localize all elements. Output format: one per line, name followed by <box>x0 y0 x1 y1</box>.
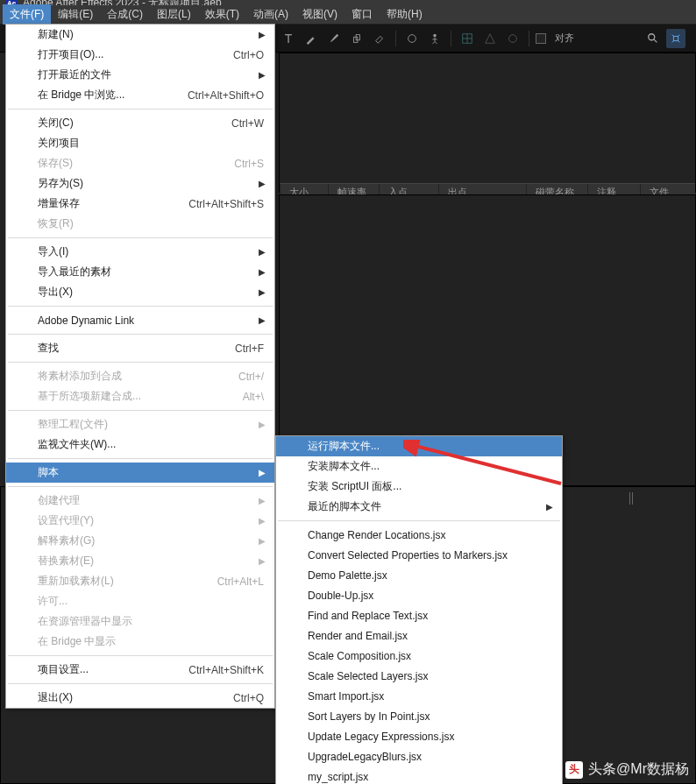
submenu-entry-label: Demo Palette.jsx <box>308 569 551 582</box>
submenu-entry[interactable]: Sort Layers by In Point.jsx <box>276 706 562 726</box>
submenu-entry[interactable]: Scale Composition.jsx <box>276 646 562 666</box>
menu-entry[interactable]: 增量保存Ctrl+Alt+Shift+S <box>6 194 274 214</box>
submenu-entry[interactable]: Convert Selected Properties to Markers.j… <box>276 545 562 565</box>
menu-entry[interactable]: 打开项目(O)...Ctrl+O <box>6 45 274 65</box>
menu-entry[interactable]: 导入最近的素材▶ <box>6 262 274 282</box>
submenu-entry[interactable]: Find and Replace Text.jsx <box>276 605 562 625</box>
menu-entry-shortcut: Ctrl+Alt+Shift+S <box>188 198 264 210</box>
menu-item[interactable]: 窗口 <box>344 4 380 25</box>
submenu-entry[interactable]: Demo Palette.jsx <box>276 565 562 585</box>
submenu-entry[interactable]: 运行脚本文件... <box>276 436 562 456</box>
menu-entry[interactable]: 关闭(C)Ctrl+W <box>6 113 274 133</box>
menu-entry-shortcut: Alt+\ <box>243 391 264 403</box>
mesh-icon[interactable] <box>458 29 477 48</box>
menu-entry[interactable]: 另存为(S)▶ <box>6 173 274 194</box>
menu-entry[interactable]: 导入(I)▶ <box>6 242 274 262</box>
clone-tool-icon[interactable] <box>347 29 366 48</box>
submenu-entry-label: 安装 ScriptUI 面板... <box>308 479 551 494</box>
submenu-entry[interactable]: 最近的脚本文件▶ <box>276 497 562 517</box>
menu-entry-label: 脚本 <box>38 465 264 480</box>
menu-entry[interactable]: 在 Bridge 中浏览...Ctrl+Alt+Shift+O <box>6 85 274 105</box>
watermark-prefix: 头条 <box>588 760 616 779</box>
script-submenu-dropdown[interactable]: 运行脚本文件...安装脚本文件...安装 ScriptUI 面板...最近的脚本… <box>275 435 563 784</box>
menu-entry-label: Adobe Dynamic Link <box>38 314 264 327</box>
submenu-entry-label: my_script.jsx <box>308 771 551 783</box>
submenu-entry-label: Scale Composition.jsx <box>308 650 551 662</box>
file-menu-dropdown[interactable]: 新建(N)▶打开项目(O)...Ctrl+O打开最近的文件▶在 Bridge 中… <box>5 24 275 709</box>
menu-entry-shortcut: Ctrl+Alt+Shift+K <box>188 664 264 676</box>
submenu-entry[interactable]: Update Legacy Expressions.jsx <box>276 726 562 746</box>
menu-separator <box>8 683 273 684</box>
puppet-tool-icon[interactable] <box>425 29 444 48</box>
menu-entry[interactable]: 新建(N)▶ <box>6 25 274 45</box>
menu-entry-label: 许可... <box>38 594 264 609</box>
watermark: 头 头条 @Mr数据杨 <box>565 760 689 779</box>
menu-entry-label: 在资源管理器中显示 <box>38 614 264 629</box>
menu-entry: 设置代理(Y)▶ <box>6 511 274 531</box>
submenu-entry[interactable]: my_script.jsx <box>276 766 562 784</box>
menu-entry: 解释素材(G)▶ <box>6 531 274 551</box>
menu-separator <box>8 458 273 459</box>
menu-item[interactable]: 文件(F) <box>3 4 51 25</box>
mesh3-icon[interactable] <box>503 29 522 48</box>
align-label: 对齐 <box>555 32 574 45</box>
menu-entry-label: 基于所选项新建合成... <box>38 389 225 404</box>
menu-entry[interactable]: 查找Ctrl+F <box>6 338 274 358</box>
menu-entry[interactable]: 监视文件夹(W)... <box>6 434 274 455</box>
submenu-entry[interactable]: Double-Up.jsx <box>276 585 562 605</box>
submenu-entry[interactable]: Scale Selected Layers.jsx <box>276 666 562 686</box>
submenu-entry[interactable]: 安装脚本文件... <box>276 456 562 477</box>
menu-separator <box>8 410 273 411</box>
submenu-entry-label: 安装脚本文件... <box>308 459 551 474</box>
submenu-arrow-icon: ▶ <box>259 247 266 257</box>
submenu-entry[interactable]: Render and Email.jsx <box>276 625 562 646</box>
menu-entry[interactable]: 打开最近的文件▶ <box>6 65 274 85</box>
menu-separator <box>8 109 273 109</box>
roto-tool-icon[interactable] <box>402 29 422 48</box>
menu-item[interactable]: 视图(V) <box>295 4 344 25</box>
submenu-entry-label: Find and Replace Text.jsx <box>308 610 551 622</box>
submenu-entry-label: Sort Layers by In Point.jsx <box>308 710 551 723</box>
menu-entry-label: 导出(X) <box>38 285 264 300</box>
brush-tool-icon[interactable] <box>324 29 344 48</box>
menu-entry-shortcut: Ctrl+W <box>231 117 264 130</box>
menu-entry-shortcut: Ctrl+F <box>235 343 264 355</box>
submenu-entry[interactable]: 安装 ScriptUI 面板... <box>276 477 562 497</box>
menu-entry: 创建代理▶ <box>6 491 274 511</box>
snap-icon[interactable] <box>666 29 685 48</box>
menu-item[interactable]: 效果(T) <box>198 4 246 25</box>
mesh2-icon[interactable] <box>480 29 500 48</box>
menu-entry: 重新加载素材(L)Ctrl+Alt+L <box>6 571 274 591</box>
submenu-entry[interactable]: UpgradeLegacyBlurs.jsx <box>276 746 562 766</box>
menu-entry[interactable]: 导出(X)▶ <box>6 282 274 302</box>
menu-entry: 将素材添加到合成Ctrl+/ <box>6 366 274 386</box>
submenu-arrow-icon: ▶ <box>259 315 266 325</box>
menu-entry[interactable]: 退出(X)Ctrl+Q <box>6 688 274 708</box>
menu-entry-label: 退出(X) <box>38 690 216 705</box>
menu-entry[interactable]: 关闭项目 <box>6 133 274 153</box>
submenu-entry-label: Convert Selected Properties to Markers.j… <box>308 549 551 562</box>
menu-entry: 保存(S)Ctrl+S <box>6 153 274 173</box>
menu-item[interactable]: 图层(L) <box>150 4 198 25</box>
menu-entry-shortcut: Ctrl+Alt+L <box>217 576 264 588</box>
submenu-arrow-icon: ▶ <box>259 287 266 297</box>
menu-entry[interactable]: Adobe Dynamic Link▶ <box>6 310 274 330</box>
menu-entry[interactable]: 项目设置...Ctrl+Alt+Shift+K <box>6 660 274 680</box>
menu-entry: 许可... <box>6 591 274 611</box>
eraser-tool-icon[interactable] <box>370 29 389 48</box>
menu-entry-shortcut: Ctrl+/ <box>238 371 264 383</box>
search-icon[interactable] <box>643 29 663 48</box>
submenu-entry[interactable]: Smart Import.jsx <box>276 686 562 706</box>
menu-item[interactable]: 帮助(H) <box>380 4 430 25</box>
menu-item[interactable]: 动画(A) <box>246 4 295 25</box>
submenu-entry[interactable]: Change Render Locations.jsx <box>276 525 562 545</box>
type-tool-icon[interactable]: T <box>279 29 298 48</box>
menu-item[interactable]: 合成(C) <box>100 4 150 25</box>
align-checkbox[interactable] <box>536 33 546 44</box>
pen-tool-icon[interactable] <box>302 29 321 48</box>
menu-entry-label: 监视文件夹(W)... <box>38 437 264 452</box>
menu-entry-label: 查找 <box>38 341 217 356</box>
menu-entry[interactable]: 脚本▶ <box>6 463 274 483</box>
menu-item[interactable]: 编辑(E) <box>51 4 100 25</box>
submenu-arrow-icon: ▶ <box>259 267 266 277</box>
